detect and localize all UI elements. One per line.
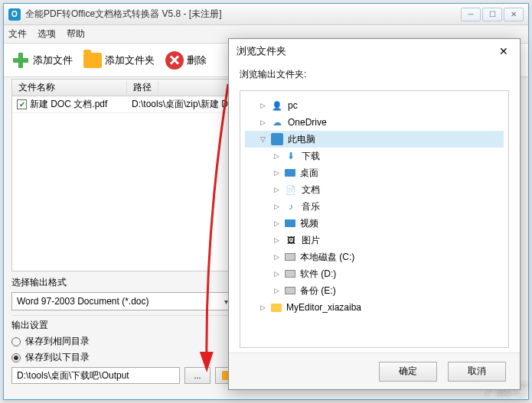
ok-button[interactable]: 确定 [379,362,437,382]
checkbox-icon: ✔ [17,99,27,109]
tree-item[interactable]: ▷软件 (D:) [245,265,504,282]
tree-label: OneDrive [288,117,327,128]
ic-download-icon [285,150,297,162]
format-select[interactable]: Word 97-2003 Document (*.doc) ▾ [11,292,233,310]
expander-icon[interactable]: ▷ [273,203,280,210]
expander-icon[interactable]: ▷ [273,287,280,294]
tree-label: pc [288,100,298,111]
ic-disk-icon [285,253,295,261]
col-path[interactable]: 路径 [127,81,158,94]
delete-icon [165,51,184,70]
tree-item[interactable]: ▷视频 [245,215,504,232]
tree-label: 本地磁盘 (C:) [300,251,354,264]
tree-item[interactable]: ▷音乐 [245,198,504,215]
add-file-button[interactable]: 添加文件 [11,51,73,70]
tree-item[interactable]: ▷下载 [245,148,504,164]
delete-button[interactable]: 删除 [165,51,207,70]
expander-icon[interactable]: ▷ [273,152,280,160]
expander-icon[interactable]: ▷ [273,186,280,193]
browse-button[interactable]: ... [184,367,211,384]
expander-icon[interactable]: ▽ [259,135,266,143]
output-path-input[interactable]: D:\tools\桌面\下载吧\Output [11,367,180,384]
ic-onedrive-icon [271,116,283,128]
cancel-button[interactable]: 取消 [448,362,506,382]
tree-item[interactable]: ▷文档 [245,181,504,198]
folder-icon [83,53,102,68]
tree-item[interactable]: ▷pc [245,97,504,114]
menu-options[interactable]: 选项 [38,28,56,41]
expander-icon[interactable]: ▷ [273,270,280,278]
app-icon: O [8,8,21,21]
tree-label: 软件 (D:) [300,268,336,281]
ic-pic-icon [285,234,297,246]
ic-disk-icon [285,270,295,278]
tree-item[interactable]: ▷图片 [245,232,504,249]
tree-label: 此电脑 [288,133,315,146]
minimize-button[interactable]: ─ [461,8,481,21]
ic-doc-icon [285,184,297,196]
expander-icon[interactable]: ▷ [259,119,266,126]
menu-help[interactable]: 帮助 [67,28,85,41]
add-folder-button[interactable]: 添加文件夹 [83,53,155,68]
tree-label: 桌面 [300,167,318,180]
expander-icon[interactable]: ▷ [259,102,266,109]
ic-pc-icon [271,99,283,112]
plus-icon [11,51,30,70]
expander-icon[interactable]: ▷ [273,253,280,261]
tree-item[interactable]: ▷本地磁盘 (C:) [245,249,504,265]
dialog-close-button[interactable]: ✕ [495,43,512,60]
radio-icon [11,337,21,346]
titlebar: O 全能PDF转Office文档格式转换器 V5.8 - [未注册] ─ ☐ ✕ [4,4,528,25]
tree-item[interactable]: ▽此电脑 [245,131,504,148]
window-title: 全能PDF转Office文档格式转换器 V5.8 - [未注册] [25,8,461,21]
expander-icon[interactable]: ▷ [259,304,266,311]
tree-label: 备份 (E:) [300,284,336,297]
tree-label: 图片 [302,234,320,247]
dialog-title: 浏览文件夹 [237,44,286,58]
tree-item[interactable]: ▷MyEditor_xiazaiba [245,299,504,316]
ic-thispc-icon [271,133,283,145]
ic-folder-icon [271,304,282,312]
ic-music-icon [285,200,297,213]
close-button[interactable]: ✕ [504,8,524,21]
col-filename[interactable]: 文件名称 [12,81,127,94]
tree-item[interactable]: ▷桌面 [245,164,504,181]
browse-folder-dialog: 浏览文件夹 ✕ 浏览输出文件夹: ▷pc▷OneDrive▽此电脑▷下载▷桌面▷… [228,38,521,390]
tree-item[interactable]: ▷备份 (E:) [245,282,504,299]
folder-tree[interactable]: ▷pc▷OneDrive▽此电脑▷下载▷桌面▷文档▷音乐▷视频▷图片▷本地磁盘 … [240,90,509,348]
expander-icon[interactable]: ▷ [273,219,280,227]
tree-label: 视频 [300,217,318,230]
ic-desktop-icon [285,169,295,177]
ic-disk-icon [285,287,295,294]
ic-video-icon [285,219,295,227]
tree-label: MyEditor_xiazaiba [286,302,361,313]
tree-label: 音乐 [302,200,320,213]
tree-label: 文档 [302,184,320,197]
menu-file[interactable]: 文件 [8,28,27,41]
tree-item[interactable]: ▷OneDrive [245,114,504,131]
expander-icon[interactable]: ▷ [273,169,280,177]
dialog-subtitle: 浏览输出文件夹: [229,63,520,86]
expander-icon[interactable]: ▷ [273,236,280,244]
tree-label: 下载 [302,150,320,163]
radio-icon [11,353,21,362]
maximize-button[interactable]: ☐ [482,8,502,21]
